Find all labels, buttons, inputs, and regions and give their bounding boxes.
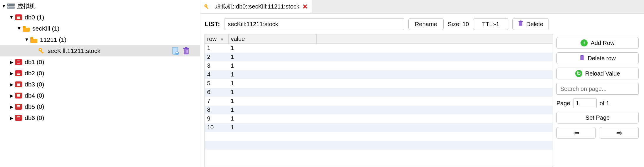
- disclosure-icon[interactable]: ▶: [9, 93, 14, 98]
- cell-value: 1: [228, 70, 316, 79]
- table-row[interactable]: 31: [205, 61, 553, 70]
- tree-db0[interactable]: ▼ db0 (1): [0, 12, 200, 23]
- cell-value: 1: [228, 44, 316, 53]
- reload-button[interactable]: ↻ Reload Value: [556, 68, 639, 79]
- tree-key-label: secKill:11211:stock: [48, 47, 100, 54]
- svg-rect-15: [185, 47, 187, 48]
- key-icon: [203, 3, 210, 10]
- delete-button[interactable]: Delete: [512, 18, 549, 30]
- delete-label: Delete: [526, 21, 543, 28]
- col-value-header[interactable]: value: [228, 34, 316, 44]
- disclosure-icon[interactable]: ▼: [24, 37, 29, 42]
- tree-server[interactable]: ▼ 虚拟机: [0, 1, 200, 12]
- delete-row-button[interactable]: Delete row: [556, 52, 639, 64]
- tree-db[interactable]: ▶db4 (0): [0, 90, 200, 101]
- disclosure-icon[interactable]: ▶: [9, 115, 14, 121]
- table-row[interactable]: 21: [205, 53, 553, 61]
- table-row[interactable]: 61: [205, 88, 553, 97]
- svg-rect-30: [581, 55, 583, 56]
- svg-point-12: [175, 51, 179, 55]
- table-row[interactable]: 101: [205, 123, 553, 132]
- page-input[interactable]: [573, 98, 597, 108]
- tree-db-label: db4 (0): [25, 92, 44, 99]
- next-page-button[interactable]: ⇨: [600, 127, 639, 139]
- trash-icon: [579, 55, 585, 62]
- filter-icon[interactable]: [172, 47, 180, 55]
- tab-key[interactable]: 虚拟机::db0::secKill:11211:stock ✕: [200, 0, 312, 13]
- trash-icon[interactable]: [183, 47, 191, 55]
- close-icon[interactable]: ✕: [302, 3, 308, 11]
- page-of-label: of 1: [600, 100, 609, 107]
- tabbar: 虚拟机::db0::secKill:11211:stock ✕: [200, 0, 644, 14]
- database-icon: [14, 102, 23, 111]
- size-label: Size: 10: [448, 21, 469, 28]
- cell-row: 7: [205, 97, 228, 106]
- database-icon: [14, 69, 23, 78]
- col-row-header[interactable]: row ▼: [205, 34, 228, 44]
- cell-value: 1: [228, 114, 316, 123]
- ttl-button[interactable]: TTL:-1: [473, 18, 508, 30]
- cell-row: 5: [205, 79, 228, 88]
- right-panel: + Add Row Delete row ↻ Reload Value Page…: [553, 14, 644, 167]
- disclosure-icon[interactable]: ▼: [1, 4, 6, 9]
- database-icon: [14, 58, 23, 66]
- svg-rect-27: [520, 21, 521, 21]
- key-icon: [37, 46, 46, 55]
- svg-rect-28: [580, 56, 583, 60]
- table-row[interactable]: 71: [205, 97, 553, 106]
- tree-db-label: db5 (0): [25, 103, 44, 110]
- cell-value: 1: [228, 79, 316, 88]
- cell-value: 1: [228, 97, 316, 106]
- tree-db[interactable]: ▶db5 (0): [0, 101, 200, 112]
- disclosure-icon[interactable]: ▼: [9, 15, 14, 20]
- tree-db[interactable]: ▶db3 (0): [0, 79, 200, 90]
- disclosure-icon[interactable]: ▶: [9, 104, 14, 110]
- tree-folder-label: secKill (1): [32, 25, 59, 32]
- disclosure-icon[interactable]: ▶: [9, 59, 14, 65]
- disclosure-icon[interactable]: ▶: [9, 71, 14, 76]
- tree-db[interactable]: ▶db6 (0): [0, 112, 200, 123]
- svg-point-8: [40, 49, 41, 50]
- tree-db[interactable]: ▶db2 (0): [0, 68, 200, 79]
- key-name-input[interactable]: [224, 18, 404, 30]
- cell-row: 10: [205, 123, 228, 132]
- table-row[interactable]: 81: [205, 106, 553, 114]
- folder-icon: [22, 24, 31, 33]
- table-row[interactable]: 41: [205, 70, 553, 79]
- search-input[interactable]: [556, 83, 639, 95]
- svg-point-3: [8, 7, 9, 8]
- svg-rect-6: [30, 37, 33, 39]
- cell-row: 6: [205, 88, 228, 97]
- folder-icon: [29, 35, 38, 44]
- tree-db[interactable]: ▶db1 (0): [0, 56, 200, 68]
- cell-row: 8: [205, 106, 228, 114]
- add-row-button[interactable]: + Add Row: [556, 37, 639, 49]
- plus-icon: +: [581, 39, 588, 46]
- cell-value: 1: [228, 53, 316, 61]
- table-row[interactable]: 91: [205, 114, 553, 123]
- key-header: LIST: Rename Size: 10 TTL:-1 Delete: [204, 18, 553, 30]
- tree-db-label: db1 (0): [25, 59, 44, 66]
- tree-server-label: 虚拟机: [17, 2, 36, 10]
- reload-icon: ↻: [575, 70, 582, 77]
- rename-button[interactable]: Rename: [408, 18, 444, 30]
- trash-icon: [518, 20, 523, 28]
- prev-page-button[interactable]: ⇦: [556, 127, 596, 139]
- tree-folder-seckill[interactable]: ▼ secKill (1): [0, 23, 200, 34]
- tree-db-label: db6 (0): [25, 114, 44, 121]
- table-row-empty: [205, 141, 553, 150]
- database-icon: [14, 91, 23, 100]
- database-icon: [14, 80, 23, 89]
- cell-row: 4: [205, 70, 228, 79]
- table-row[interactable]: 11: [205, 44, 553, 53]
- page-label: Page: [556, 100, 570, 107]
- table-row-empty: [205, 132, 553, 141]
- pager: Page of 1: [556, 98, 639, 108]
- tree-folder-11211[interactable]: ▼ 11211 (1): [0, 34, 200, 45]
- disclosure-icon[interactable]: ▶: [9, 82, 14, 87]
- disclosure-icon[interactable]: ▼: [16, 26, 22, 31]
- set-page-button[interactable]: Set Page: [556, 112, 639, 123]
- tree-folder-label: 11211 (1): [40, 36, 66, 43]
- tree-key-selected[interactable]: secKill:11211:stock: [0, 45, 200, 56]
- table-row[interactable]: 51: [205, 79, 553, 88]
